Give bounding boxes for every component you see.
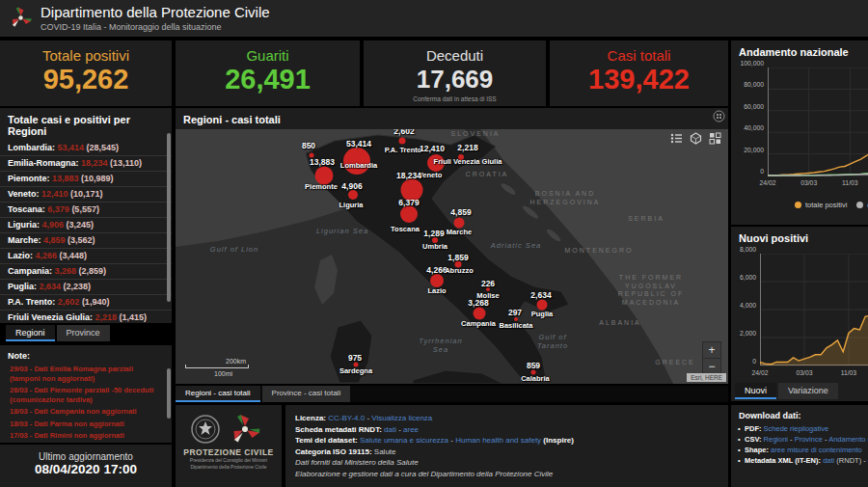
license-line-link[interactable]: aree <box>403 425 419 434</box>
license-line: Categoria ISO 19115: Salute <box>295 446 719 458</box>
widget-toggle-icon[interactable] <box>713 110 725 122</box>
region-row[interactable]: Veneto: 12,410 (10,171) <box>0 187 172 203</box>
region-positives: (3,245) <box>67 220 95 230</box>
license-line-link[interactable]: dati <box>384 425 396 434</box>
license-line-link[interactable]: Visualizza licenza <box>371 414 432 422</box>
region-row[interactable]: Marche: 4,859 (3,562) <box>0 233 172 249</box>
region-row[interactable]: P.A. Trento: 2,602 (1,940) <box>0 295 172 311</box>
tab-province-casi-totali[interactable]: Province - casi totali <box>262 386 351 402</box>
overview-grid-icon[interactable] <box>709 132 721 145</box>
license-line-link[interactable]: Salute umana e sicurezza <box>360 436 448 445</box>
zoom-in-button[interactable]: + <box>703 342 720 359</box>
map-bubble[interactable] <box>399 138 406 145</box>
notes-panel: Note: 29/03 - Dati Emilia Romagna parzia… <box>0 345 172 443</box>
license-line: Temi del dataset: Salute umana e sicurez… <box>295 435 719 446</box>
stat-label: Guariti <box>176 47 360 64</box>
license-lines: Licenza: CC-BY-4.0 - Visualizza licenzaS… <box>295 413 719 479</box>
region-row[interactable]: Puglia: 2,634 (2,238) <box>0 280 172 295</box>
region-name: Marche: <box>8 235 43 245</box>
region-row[interactable]: Lazio: 4,266 (3,448) <box>0 249 172 264</box>
stat-label: Totale positivi <box>0 47 172 64</box>
license-line-link[interactable]: CC-BY-4.0 <box>328 414 365 422</box>
chart-area <box>760 315 868 365</box>
y-tick-label: 0 <box>731 358 756 365</box>
zoom-out-button[interactable]: − <box>703 359 720 374</box>
y-tick-label: 60,000 <box>731 103 764 110</box>
note-line: 26/03 - Dati Piemonte parziali -50 deced… <box>0 386 172 404</box>
download-item-link[interactable]: Andamento nazionale <box>828 435 868 444</box>
download-item: Metadata XML (IT-EN): dati (RNDT) - dati <box>731 455 868 466</box>
map-bubble[interactable] <box>400 205 418 223</box>
stat-value: 17,669 <box>364 64 546 95</box>
region-positives: (1,415) <box>120 312 148 322</box>
region-name: P.A. Trento: <box>8 297 58 307</box>
license-line-label: Licenza: <box>295 414 328 422</box>
org-line1: Presidenza del Consiglio dei Ministri <box>176 457 282 464</box>
download-list: PDF: Schede riepilogativeCSV: Regioni - … <box>731 423 868 466</box>
bubble-value-label: 859 <box>527 361 540 370</box>
download-item-link[interactable]: Schede riepilogative <box>764 424 829 433</box>
bubble-value-label: 2,218 <box>457 143 477 152</box>
tab-variazione[interactable]: Variazione <box>778 383 838 399</box>
license-line-text: Elaborazione e gestione dati a cura del … <box>295 470 553 478</box>
country-label: ALBANIA <box>599 319 641 328</box>
download-item-link[interactable]: Regioni <box>764 435 788 444</box>
footer-emblems-icon <box>189 413 268 446</box>
map-controls <box>670 132 721 145</box>
download-item-link[interactable]: aree misure di contenimento <box>771 446 862 454</box>
region-row[interactable]: Liguria: 4,906 (3,245) <box>0 218 172 233</box>
tab-province[interactable]: Province <box>57 325 110 341</box>
app-subtitle: COVID-19 Italia - Monitoraggio della sit… <box>41 22 222 32</box>
map-title: Regioni - casi totali <box>176 108 728 129</box>
andamento-nazionale-chart[interactable] <box>768 68 868 176</box>
download-item-text: - <box>861 456 868 465</box>
region-row[interactable]: Toscana: 6,379 (5,557) <box>0 203 172 218</box>
note-line: 18/03 - Dati Campania non aggiornati <box>0 407 172 417</box>
tab-nuovi[interactable]: Nuovi <box>735 383 776 399</box>
org-name: PROTEZIONE CIVILE <box>176 447 282 457</box>
basemap-icon[interactable] <box>690 132 702 145</box>
app-title: Dipartimento della Protezione Civile <box>41 4 270 20</box>
y-tick-label: 6,000 <box>731 274 756 281</box>
license-line-link[interactable]: Human health and safety <box>455 436 541 445</box>
region-row[interactable]: Campania: 3,268 (2,859) <box>0 264 172 280</box>
country-label: BOSNIA AND HERZEGOVINA <box>530 190 601 206</box>
download-item: Shape: aree misure di contenimento <box>731 445 868 455</box>
regions-scrollbar[interactable] <box>167 133 171 302</box>
map-canvas[interactable]: SLOVENIACROATIABOSNIA AND HERZEGOVINASER… <box>176 129 728 384</box>
region-row[interactable]: Lombardia: 53,414 (28,545) <box>0 141 172 156</box>
region-name: Puglia: <box>8 282 40 291</box>
tab-regioni[interactable]: Regioni <box>6 325 55 341</box>
bubble-value-label: 6,379 <box>398 198 419 207</box>
legend-icon[interactable] <box>670 132 683 145</box>
bubble-region-label: Friuli Venezia Giulia <box>434 157 502 166</box>
bubble-region-label: Abruzzo <box>445 266 474 275</box>
region-row[interactable]: Friuli Venezia Giulia: 2,218 (1,415) <box>0 311 172 323</box>
bubble-region-label: Lombardia <box>340 161 377 170</box>
download-item-label: PDF: <box>745 424 764 433</box>
sea-label: Ligurian Sea <box>316 228 368 236</box>
bubble-region-label: Lazio <box>427 286 446 295</box>
region-row[interactable]: Piemonte: 13,883 (10,989) <box>0 172 172 187</box>
notes-scrollbar[interactable] <box>167 368 171 419</box>
region-total: 2,218 <box>95 312 120 322</box>
license-line: Scheda metadati RNDT: dati - aree <box>295 424 719 436</box>
note-line: 17/03 - Dati Rimini non aggiornati <box>0 431 172 441</box>
bubble-value-label: 1,859 <box>448 253 468 262</box>
download-item-link[interactable]: Province <box>795 435 823 444</box>
download-item-link[interactable]: dati <box>823 456 834 465</box>
map-bubble[interactable] <box>348 190 358 200</box>
region-row[interactable]: Emilia-Romagna: 18,234 (13,110) <box>0 156 172 172</box>
tab-regioni-casi-totali[interactable]: Regioni - casi totali <box>176 386 260 402</box>
download-item-label: Shape: <box>745 446 771 454</box>
bubble-region-label: Puglia <box>531 310 554 318</box>
regions-summary-panel: Totale casi e positivi per Regioni Lomba… <box>0 108 172 323</box>
stat-note: Conferma dati in attesa di ISS <box>364 95 546 102</box>
stat-deceduti: Deceduti 17,669 Conferma dati in attesa … <box>364 41 546 106</box>
region-name: Friuli Venezia Giulia: <box>8 312 95 322</box>
country-label: SLOVENIA <box>450 130 500 139</box>
sea-label: Gulf of Lion <box>210 246 258 255</box>
country-label: GREECE <box>655 359 695 367</box>
nuovi-positivi-chart[interactable] <box>760 254 868 366</box>
bubble-value-label: 3,268 <box>468 298 488 308</box>
